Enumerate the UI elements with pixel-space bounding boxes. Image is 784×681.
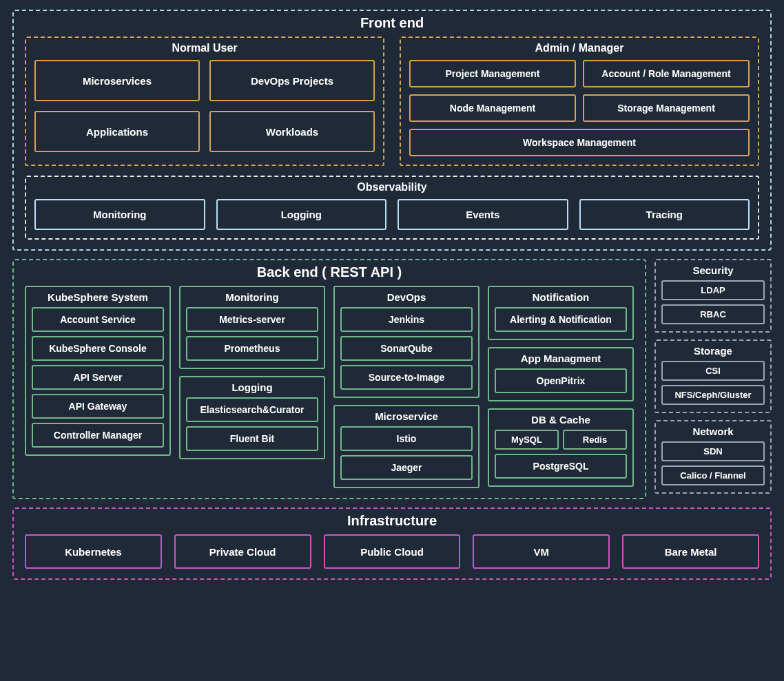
be-col-4: Notification Alerting & Notification App… xyxy=(488,286,634,487)
box-ldap: LDAP xyxy=(661,280,765,300)
box-account-role-management: Account / Role Management xyxy=(583,60,750,87)
box-kubesphere-console: KubeSphere Console xyxy=(32,336,164,361)
be-col-1: KubeSphere System Account Service KubeSp… xyxy=(25,286,171,456)
normal-user-group: Normal User Microservices DevOps Project… xyxy=(25,36,384,166)
box-alerting-notification: Alerting & Notification xyxy=(495,307,627,332)
frontend-top-row: Normal User Microservices DevOps Project… xyxy=(25,36,759,166)
box-istio: Istio xyxy=(340,426,473,451)
infrastructure-section: Infrastructure Kubernetes Private Cloud … xyxy=(12,507,772,580)
box-storage-management: Storage Management xyxy=(583,94,750,122)
backend-section: Back end ( REST API ) KubeSphere System … xyxy=(12,259,646,499)
box-csi: CSI xyxy=(661,361,765,381)
box-controller-manager: Controller Manager xyxy=(32,423,164,448)
box-source-to-image: Source-to-Image xyxy=(340,365,473,390)
frontend-title: Front end xyxy=(25,15,759,31)
box-elasticsearch-curator: Elasticsearch&Curator xyxy=(186,397,318,422)
box-workspace-management: Workspace Management xyxy=(409,129,750,156)
admin-title: Admin / Manager xyxy=(409,42,750,54)
box-rbac: RBAC xyxy=(661,304,765,324)
panel-kubesphere-title: KubeSphere System xyxy=(32,291,164,303)
panel-storage: Storage CSI NFS/Ceph/Gluster xyxy=(654,339,772,413)
box-sdn: SDN xyxy=(661,441,765,461)
box-jenkins: Jenkins xyxy=(340,307,473,332)
panel-app-management: App Managment OpenPitrix xyxy=(488,347,634,401)
panel-microservice-title: Microservice xyxy=(340,410,473,422)
box-prometheus: Prometheus xyxy=(186,336,318,361)
box-vm: VM xyxy=(473,534,610,569)
panel-logging: Logging Elasticsearch&Curator Fluent Bit xyxy=(179,376,325,459)
panel-storage-title: Storage xyxy=(661,345,765,357)
admin-group: Admin / Manager Project Management Accou… xyxy=(400,36,759,166)
box-microservices: Microservices xyxy=(34,60,200,101)
normal-user-title: Normal User xyxy=(34,42,375,54)
observability-title: Observability xyxy=(34,181,750,193)
box-sonarqube: SonarQube xyxy=(340,336,473,361)
backend-row: Back end ( REST API ) KubeSphere System … xyxy=(12,259,772,499)
be-col-2: Monitoring Metrics-server Prometheus Log… xyxy=(179,286,325,459)
box-calico-flannel: Calico / Flannel xyxy=(661,465,765,485)
panel-notification-title: Notification xyxy=(495,291,627,303)
box-api-server: API Server xyxy=(32,365,164,390)
panel-devops: DevOps Jenkins SonarQube Source-to-Image xyxy=(333,286,479,398)
box-account-service: Account Service xyxy=(32,307,164,332)
panel-monitoring-title: Monitoring xyxy=(186,291,318,303)
box-postgresql: PostgreSQL xyxy=(495,454,627,479)
box-fluent-bit: Fluent Bit xyxy=(186,426,318,451)
box-private-cloud: Private Cloud xyxy=(174,534,311,569)
box-node-management: Node Management xyxy=(409,94,576,122)
box-kubernetes: Kubernetes xyxy=(25,534,162,569)
panel-network: Network SDN Calico / Flannel xyxy=(654,420,772,494)
box-obs-tracing: Tracing xyxy=(579,199,750,230)
panel-kubesphere: KubeSphere System Account Service KubeSp… xyxy=(25,286,171,456)
panel-devops-title: DevOps xyxy=(340,291,473,303)
side-panels: Security LDAP RBAC Storage CSI NFS/Ceph/… xyxy=(654,259,772,499)
panel-app-management-title: App Managment xyxy=(495,353,627,364)
panel-db-cache: DB & Cache MySQL Redis PostgreSQL xyxy=(488,408,634,487)
panel-security: Security LDAP RBAC xyxy=(654,259,772,333)
panel-security-title: Security xyxy=(661,264,765,276)
be-col-3: DevOps Jenkins SonarQube Source-to-Image… xyxy=(333,286,479,488)
box-redis: Redis xyxy=(563,430,627,450)
observability-group: Observability Monitoring Logging Events … xyxy=(25,176,759,240)
panel-microservice: Microservice Istio Jaeger xyxy=(333,405,479,488)
frontend-section: Front end Normal User Microservices DevO… xyxy=(12,10,772,251)
box-bare-metal: Bare Metal xyxy=(622,534,759,569)
box-public-cloud: Public Cloud xyxy=(324,534,461,569)
box-workloads: Workloads xyxy=(209,111,375,152)
panel-notification: Notification Alerting & Notification xyxy=(488,286,634,340)
box-openpitrix: OpenPitrix xyxy=(495,368,627,393)
box-obs-logging: Logging xyxy=(216,199,387,230)
box-nfs-ceph-gluster: NFS/Ceph/Gluster xyxy=(661,385,765,405)
panel-db-cache-title: DB & Cache xyxy=(495,414,627,426)
box-project-management: Project Management xyxy=(409,60,576,87)
box-jaeger: Jaeger xyxy=(340,455,473,480)
backend-title: Back end ( REST API ) xyxy=(25,264,634,280)
box-obs-monitoring: Monitoring xyxy=(34,199,205,230)
panel-logging-title: Logging xyxy=(186,381,318,393)
box-devops-projects: DevOps Projects xyxy=(209,60,375,101)
box-api-gateway: API Gateway xyxy=(32,394,164,419)
box-obs-events: Events xyxy=(398,199,568,230)
panel-network-title: Network xyxy=(661,426,765,437)
panel-monitoring: Monitoring Metrics-server Prometheus xyxy=(179,286,325,369)
box-applications: Applications xyxy=(34,111,200,152)
infrastructure-title: Infrastructure xyxy=(25,513,759,529)
box-metrics-server: Metrics-server xyxy=(186,307,318,332)
box-mysql: MySQL xyxy=(495,430,559,450)
